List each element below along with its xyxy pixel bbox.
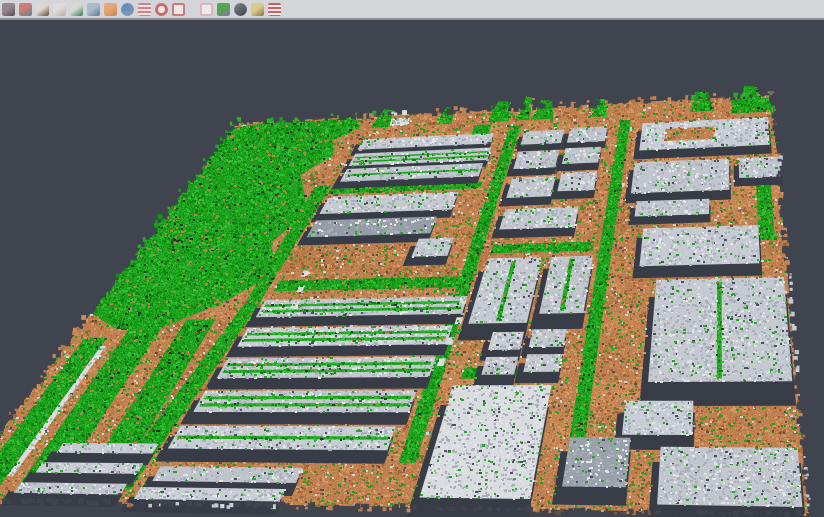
- toolbar: [0, 0, 824, 20]
- green-mesh-icon[interactable]: [70, 3, 83, 16]
- ortho-tile-icon[interactable]: [104, 3, 117, 16]
- striped-flag-icon[interactable]: [268, 3, 281, 16]
- sparse-cloud-icon[interactable]: [53, 3, 66, 16]
- toolbar-separator: [189, 3, 196, 16]
- viewport-3d-canvas[interactable]: [0, 22, 824, 517]
- globe-icon[interactable]: [121, 3, 134, 16]
- texture-box-icon[interactable]: [251, 3, 264, 16]
- terrain-hill-icon[interactable]: [36, 3, 49, 16]
- red-layers-icon[interactable]: [138, 3, 151, 16]
- classification-icon[interactable]: [217, 3, 230, 16]
- mosaic-icon[interactable]: [2, 3, 15, 16]
- target-icon[interactable]: [155, 3, 168, 16]
- column-icon[interactable]: [87, 3, 100, 16]
- scatter-points-icon[interactable]: [19, 3, 32, 16]
- viewport: [0, 22, 824, 517]
- faded-frame-icon[interactable]: [200, 3, 213, 16]
- crop-bounds-icon[interactable]: [172, 3, 185, 16]
- dark-sphere-icon[interactable]: [234, 3, 247, 16]
